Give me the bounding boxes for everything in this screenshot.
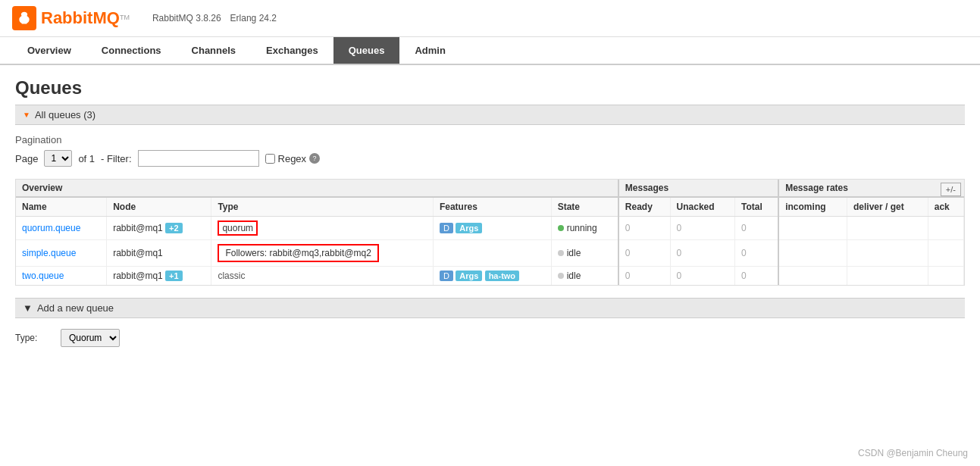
nav-connections[interactable]: Connections <box>86 37 177 64</box>
filter-input[interactable] <box>138 150 259 167</box>
col-deliver-get: deliver / get <box>847 197 928 217</box>
feature-args-two[interactable]: Args <box>456 271 482 281</box>
followers-popup: Followers: rabbit@mq3,rabbit@mq2 <box>218 244 378 262</box>
queue-features-simple <box>433 240 551 267</box>
queues-table-container: +/- Overview Messages Message rates Name… <box>15 179 965 286</box>
queue-deliver-quorum <box>847 217 928 240</box>
nav-channels[interactable]: Channels <box>177 37 252 64</box>
col-ready: Ready <box>618 197 670 217</box>
nav-exchanges[interactable]: Exchanges <box>251 37 333 64</box>
node-badge-two[interactable]: +1 <box>165 271 183 281</box>
table-col-header: Name Node Type Features State Ready Unac… <box>16 197 964 217</box>
col-total: Total <box>734 197 778 217</box>
rabbit-svg <box>17 11 32 26</box>
type-form-label: Type: <box>15 333 53 343</box>
type-select[interactable]: Quorum Classic <box>61 329 120 347</box>
filter-label: - Filter: <box>101 153 131 164</box>
state-dot-quorum <box>558 225 564 231</box>
group-message-rates: Message rates <box>778 180 963 197</box>
col-ack: ack <box>928 197 963 217</box>
group-overview: Overview <box>16 180 618 197</box>
col-features: Features <box>433 197 551 217</box>
add-queue-header[interactable]: ▼ Add a new queue <box>15 298 965 318</box>
table-row: simple.queue rabbit@mq1 Followers: rabbi… <box>16 240 964 267</box>
logo: RabbitMQTM <box>12 6 130 30</box>
add-queue-form-row: Type: Quorum Classic <box>15 326 965 350</box>
queue-ack-quorum <box>928 217 963 240</box>
page-select[interactable]: 1 <box>44 150 72 167</box>
feature-hatwo: ha-two <box>485 271 519 281</box>
state-dot-simple <box>558 250 564 256</box>
queue-ready-simple: 0 <box>618 240 670 267</box>
queue-ready-quorum: 0 <box>618 217 670 240</box>
nav-admin[interactable]: Admin <box>399 37 460 64</box>
queue-state-quorum: running <box>551 217 618 240</box>
col-name: Name <box>16 197 107 217</box>
queue-node-quorum: rabbit@mq1 +2 <box>107 217 211 240</box>
queue-node-two: rabbit@mq1 +1 <box>107 267 211 286</box>
col-state: State <box>551 197 618 217</box>
table-row: two.queue rabbit@mq1 +1 classic D Args h… <box>16 267 964 286</box>
add-queue-arrow: ▼ <box>23 302 33 314</box>
rabbitmq-version: RabbitMQ 3.8.26 <box>152 13 221 23</box>
logo-wordmark: RabbitMQTM <box>41 8 130 28</box>
regex-checkbox[interactable] <box>265 154 275 164</box>
regex-text: Regex <box>278 153 307 164</box>
logo-rabbit: RabbitMQ <box>41 8 120 27</box>
group-messages: Messages <box>618 180 778 197</box>
type-highlight-quorum: quorum <box>218 220 258 236</box>
queue-type-two: classic <box>211 267 434 286</box>
node-badge-quorum[interactable]: +2 <box>165 223 183 233</box>
all-queues-label: All queues (3) <box>35 109 95 120</box>
col-unacked: Unacked <box>670 197 734 217</box>
plus-minus-button[interactable]: +/- <box>941 183 961 196</box>
help-icon[interactable]: ? <box>309 153 320 164</box>
col-node: Node <box>107 197 211 217</box>
page-label: Page <box>15 153 38 164</box>
main-nav: Overview Connections Channels Exchanges … <box>0 37 980 65</box>
page-title: Queues <box>15 77 965 99</box>
table-row: quorum.queue rabbit@mq1 +2 quorum D Args… <box>16 217 964 240</box>
queue-unacked-two: 0 <box>670 267 734 286</box>
col-incoming: incoming <box>778 197 847 217</box>
queue-ready-two: 0 <box>618 267 670 286</box>
table-body: quorum.queue rabbit@mq1 +2 quorum D Args… <box>16 217 964 286</box>
queue-node-simple: rabbit@mq1 <box>107 240 211 267</box>
pagination-section: Pagination Page 1 of 1 - Filter: Regex ? <box>15 134 965 167</box>
logo-icon <box>12 6 36 30</box>
queue-unacked-simple: 0 <box>670 240 734 267</box>
queue-deliver-two <box>847 267 928 286</box>
nav-overview[interactable]: Overview <box>12 37 86 64</box>
feature-d-two: D <box>440 271 453 281</box>
of-label: of 1 <box>78 153 95 164</box>
queue-total-quorum: 0 <box>734 217 778 240</box>
queue-ack-two <box>928 267 963 286</box>
nav-queues[interactable]: Queues <box>333 37 400 64</box>
main-content: Queues ▼ All queues (3) Pagination Page … <box>0 65 980 362</box>
queue-state-two: idle <box>551 267 618 286</box>
queue-type-quorum: quorum <box>211 217 434 240</box>
queue-total-simple: 0 <box>734 240 778 267</box>
all-queues-arrow: ▼ <box>23 111 30 119</box>
queue-features-two: D Args ha-two <box>433 267 551 286</box>
queue-total-two: 0 <box>734 267 778 286</box>
add-queue-section: ▼ Add a new queue Type: Quorum Classic <box>15 298 965 350</box>
feature-args-quorum[interactable]: Args <box>456 223 482 233</box>
pagination-label: Pagination <box>15 134 965 145</box>
col-type: Type <box>211 197 434 217</box>
queue-deliver-simple <box>847 240 928 267</box>
queues-table: Overview Messages Message rates Name Nod… <box>16 180 964 285</box>
all-queues-header[interactable]: ▼ All queues (3) <box>15 105 965 125</box>
queue-name-quorum[interactable]: quorum.queue <box>16 217 107 240</box>
table-group-header: Overview Messages Message rates <box>16 180 964 197</box>
regex-label: Regex ? <box>265 153 321 164</box>
queue-incoming-two <box>778 267 847 286</box>
pagination-row: Page 1 of 1 - Filter: Regex ? <box>15 150 965 167</box>
queue-incoming-simple <box>778 240 847 267</box>
feature-d-quorum: D <box>440 223 453 233</box>
state-dot-two <box>558 273 564 279</box>
queue-ack-simple <box>928 240 963 267</box>
queue-name-two[interactable]: two.queue <box>16 267 107 286</box>
queue-name-simple[interactable]: simple.queue <box>16 240 107 267</box>
add-queue-label: Add a new queue <box>37 302 114 314</box>
